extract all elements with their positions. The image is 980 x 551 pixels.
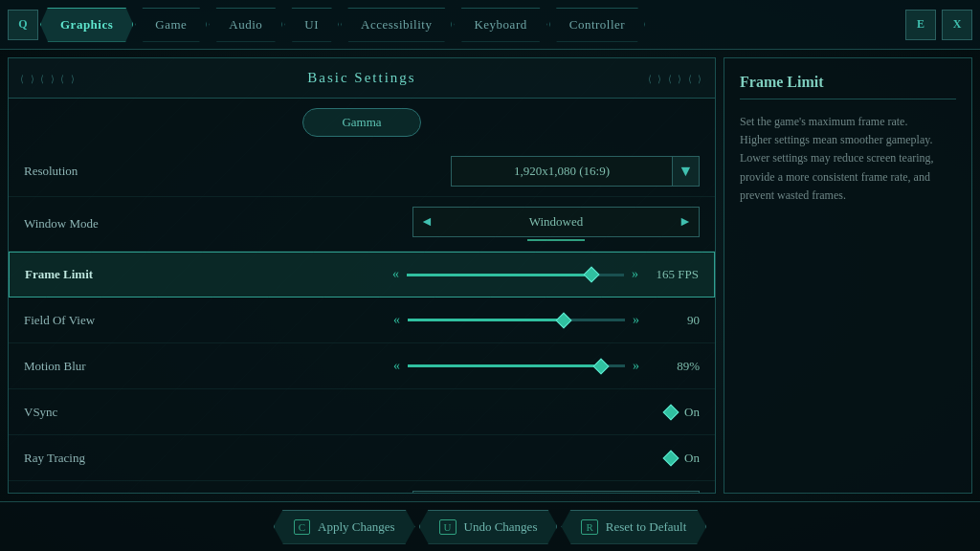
toggle-ray_tracing[interactable]: On [665,451,700,466]
info-text-2: Lower settings may reduce screen tearing… [740,149,956,205]
nav-tab-graphics[interactable]: Graphics [40,8,133,42]
reset-default-button[interactable]: R Reset to Default [561,510,706,544]
nav-tab-keyboard[interactable]: Keyboard [454,8,546,42]
setting-row-window_mode: Window Mode ◄ Windowed ► [9,197,715,252]
slider-wrapper-frame_limit: « » [392,267,638,282]
settings-list: Resolution 1,920x1,080 (16:9) ▼ Window M… [9,146,715,493]
setting-label-frame_limit: Frame Limit [25,267,235,282]
toggle-value-vsync: On [684,405,700,420]
apply-label: Apply Changes [318,519,395,535]
setting-label-resolution: Resolution [24,164,234,179]
arrow-left-upscaling[interactable]: ◄ [413,492,440,493]
slider-control-frame_limit: « » 165 FPS [392,267,699,282]
arrow-left-window_mode[interactable]: ◄ [413,208,440,236]
apply-key: C [294,519,310,535]
setting-control-motion_blur: « » 89% [234,359,700,374]
setting-label-ray_tracing: Ray Tracing [24,451,234,466]
setting-control-window_mode: ◄ Windowed ► [234,207,700,241]
slider-value-field_of_view: 90 [647,313,700,328]
toggle-vsync[interactable]: On [665,405,700,420]
setting-label-field_of_view: Field Of View [24,313,234,328]
setting-row-motion_blur: Motion Blur « » 89% [9,343,715,389]
setting-row-resolution: Resolution 1,920x1,080 (16:9) ▼ [9,146,715,197]
info-text-0: Set the game's maximum frame rate. [740,113,956,131]
slider-left-arrow-motion_blur[interactable]: « [393,359,400,374]
nav-left-key[interactable]: Q [8,10,38,40]
arrow-right-window_mode[interactable]: ► [672,208,699,236]
apply-changes-button[interactable]: C Apply Changes [274,510,415,544]
slider-control-field_of_view: « » 90 [393,313,700,328]
panel-header-title: Basic Settings [307,70,415,85]
dropdown-value-resolution: 1,920x1,080 (16:9) [452,164,672,179]
setting-control-upscaling: ◄ AMD FidelityFX 3 ► [234,491,700,493]
slider-right-arrow-motion_blur[interactable]: » [633,359,639,374]
slider-thumb-motion_blur[interactable] [593,358,610,374]
undo-key: U [439,519,457,535]
slider-right-arrow-frame_limit[interactable]: » [632,267,638,282]
nav-close-key[interactable]: X [942,10,972,40]
reset-label: Reset to Default [606,519,686,535]
nav-tab-game[interactable]: Game [135,8,207,42]
right-panel: Frame Limit Set the game's maximum frame… [724,57,972,494]
setting-row-upscaling: Upscaling ◄ AMD FidelityFX 3 ► [9,481,715,493]
info-texts: Set the game's maximum frame rate.Higher… [740,113,956,205]
slider-fill-field_of_view [408,319,564,321]
slider-value-motion_blur: 89% [647,359,700,374]
nav-right-key[interactable]: E [905,10,936,40]
nav-tab-accessibility[interactable]: Accessibility [341,8,452,42]
dropdown-arrow-resolution[interactable]: ▼ [672,157,699,186]
gamma-button[interactable]: Gamma [302,108,420,137]
slider-thumb-frame_limit[interactable] [583,267,599,283]
setting-control-ray_tracing: On [234,451,700,466]
setting-label-motion_blur: Motion Blur [24,359,234,374]
arrow-underline-window_mode [527,239,585,241]
info-text-1: Higher settings mean smoother gameplay. [740,131,956,149]
setting-row-frame_limit: Frame Limit « » 165 FPS [9,252,715,298]
slider-wrapper-field_of_view: « » [393,313,639,328]
slider-left-arrow-frame_limit[interactable]: « [392,267,399,282]
setting-row-ray_tracing: Ray Tracing On [9,435,715,481]
toggle-value-ray_tracing: On [684,451,700,466]
undo-changes-button[interactable]: U Undo Changes [419,510,558,544]
slider-thumb-field_of_view[interactable] [556,312,572,328]
arrow-select-window_mode: ◄ Windowed ► [412,207,700,237]
setting-control-frame_limit: « » 165 FPS [235,267,699,282]
slider-fill-frame_limit [407,274,591,276]
setting-label-vsync: VSync [24,405,234,420]
slider-left-arrow-field_of_view[interactable]: « [393,313,400,328]
slider-fill-motion_blur [408,364,601,367]
setting-control-field_of_view: « » 90 [234,313,700,328]
top-nav: Q GraphicsGameAudioUIAccessibilityKeyboa… [0,0,980,50]
slider-track-frame_limit[interactable] [407,274,624,276]
setting-label-window_mode: Window Mode [24,216,234,231]
setting-row-field_of_view: Field Of View « » 90 [9,298,715,343]
slider-track-motion_blur[interactable] [408,364,625,367]
slider-wrapper-motion_blur: « » [393,359,639,374]
toggle-diamond-ray_tracing [663,450,679,466]
toggle-diamond-vsync [663,404,679,420]
undo-label: Undo Changes [464,519,538,535]
nav-tab-audio[interactable]: Audio [209,8,282,42]
arrow-value-window_mode: Windowed [440,214,672,230]
panel-header: Basic Settings [9,58,715,99]
setting-control-resolution: 1,920x1,080 (16:9) ▼ [234,156,700,187]
arrow-right-upscaling[interactable]: ► [672,492,699,493]
reset-key: R [581,519,597,535]
content-area: Basic Settings Gamma Resolution 1,920x1,… [0,50,980,501]
arrow-select-upscaling: ◄ AMD FidelityFX 3 ► [412,491,700,493]
slider-right-arrow-field_of_view[interactable]: » [633,313,639,328]
slider-value-frame_limit: 165 FPS [646,267,699,282]
setting-control-vsync: On [234,405,700,420]
dropdown-resolution[interactable]: 1,920x1,080 (16:9) ▼ [451,156,700,187]
main-container: Q GraphicsGameAudioUIAccessibilityKeyboa… [0,0,980,551]
info-title: Frame Limit [740,74,956,99]
left-panel: Basic Settings Gamma Resolution 1,920x1,… [8,57,716,494]
bottom-bar: C Apply Changes U Undo Changes R Reset t… [0,501,980,551]
nav-tab-ui[interactable]: UI [284,8,339,42]
nav-tab-controller[interactable]: Controller [549,8,645,42]
setting-row-vsync: VSync On [9,389,715,435]
slider-track-field_of_view[interactable] [408,319,625,321]
slider-control-motion_blur: « » 89% [393,359,700,374]
